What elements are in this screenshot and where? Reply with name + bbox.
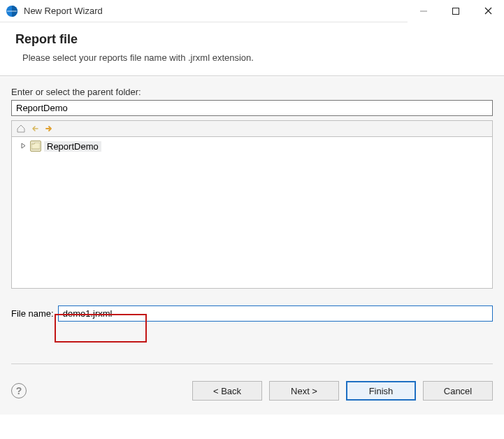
button-row: < Back Next > Finish Cancel <box>192 381 493 401</box>
page-title: Report file <box>15 32 489 47</box>
wizard-body: Enter or select the parent folder: Repor… <box>0 76 504 371</box>
footer-divider <box>11 364 493 364</box>
wizard-header: Report file Please select your reports f… <box>0 22 504 76</box>
app-icon <box>6 5 18 17</box>
folder-open-icon <box>30 141 41 152</box>
window-title: New Report Wizard <box>24 6 103 16</box>
help-icon[interactable]: ? <box>11 383 27 398</box>
back-arrow-icon[interactable] <box>29 123 41 134</box>
tree-expander-icon[interactable] <box>20 143 27 150</box>
tree-item[interactable]: ReportDemo <box>17 140 489 152</box>
filename-input[interactable] <box>58 305 493 322</box>
wizard-footer: ? < Back Next > Finish Cancel <box>0 371 504 415</box>
back-button[interactable]: < Back <box>192 381 262 401</box>
minimize-button[interactable] <box>408 0 440 22</box>
home-icon[interactable] <box>15 123 27 134</box>
filename-row: File name: <box>11 305 493 322</box>
parent-folder-label: Enter or select the parent folder: <box>11 87 493 97</box>
next-button[interactable]: Next > <box>269 381 339 401</box>
window-controls <box>408 0 504 22</box>
page-subtitle: Please select your reports file name wit… <box>15 52 489 63</box>
close-button[interactable] <box>472 0 504 22</box>
titlebar: New Report Wizard <box>0 0 504 22</box>
folder-tree[interactable]: ReportDemo <box>11 136 493 289</box>
tree-item-label: ReportDemo <box>44 141 101 152</box>
forward-arrow-icon[interactable] <box>43 123 55 134</box>
cancel-button[interactable]: Cancel <box>423 381 493 401</box>
filename-label: File name: <box>11 308 54 319</box>
finish-button[interactable]: Finish <box>346 381 416 401</box>
folder-nav-toolbar <box>11 120 493 136</box>
svg-rect-2 <box>453 8 459 14</box>
maximize-button[interactable] <box>440 0 472 22</box>
parent-folder-input[interactable] <box>11 100 493 116</box>
